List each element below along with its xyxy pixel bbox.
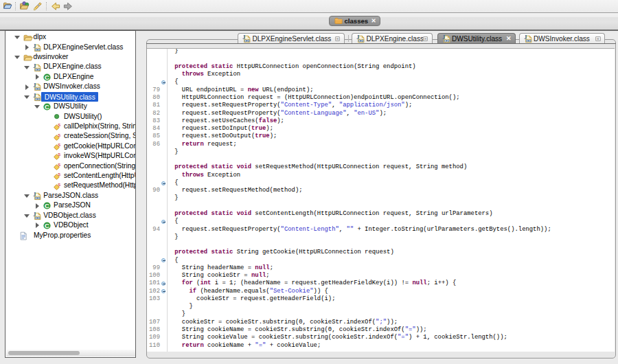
svg-text:C: C — [45, 103, 49, 111]
svg-text:C: C — [45, 222, 49, 229]
svg-text:S: S — [58, 143, 60, 147]
svg-text:C: C — [45, 73, 49, 81]
svg-text:S: S — [58, 172, 60, 177]
svg-text:S: S — [58, 183, 60, 187]
svg-text:S: S — [58, 153, 60, 157]
svg-text:S: S — [58, 163, 60, 167]
svg-text:S: S — [58, 123, 60, 127]
svg-text:C: C — [45, 202, 49, 209]
svg-text:S: S — [58, 133, 60, 137]
